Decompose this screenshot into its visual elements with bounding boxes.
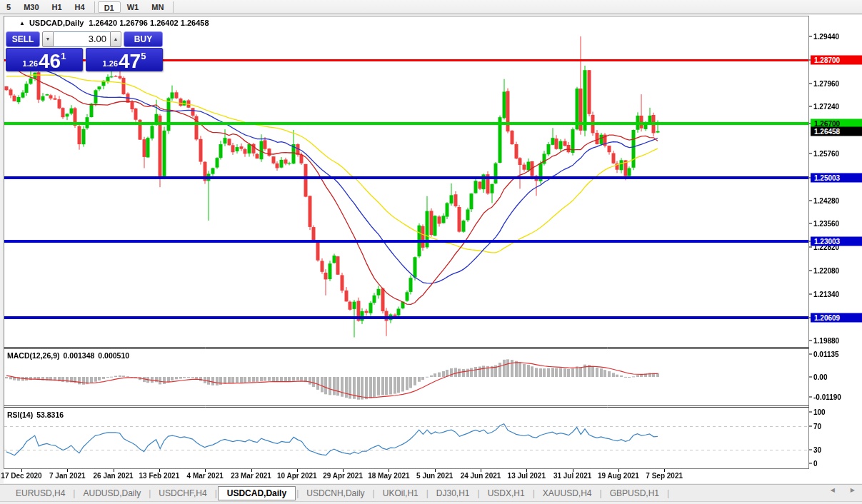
rsi-value: 53.8316 (36, 410, 64, 419)
date-axis-label: 18 May 2021 (368, 472, 409, 480)
tab-separator: | (149, 488, 151, 498)
volume-input[interactable]: 3.00 (54, 31, 110, 47)
tab-separator: | (73, 488, 75, 498)
chevron-up-icon: ▲ (114, 36, 119, 41)
timeframe-button-5[interactable]: 5 (0, 1, 17, 13)
rsi-scale-label: 0 (813, 460, 818, 468)
macd-scale-label: -0.01190 (813, 393, 841, 401)
price-axis-label: 1.22080 (813, 266, 839, 274)
date-axis-label: 29 Apr 2021 (323, 472, 363, 480)
price-axis-label: 1.21340 (813, 290, 839, 298)
timeframe-button-h4[interactable]: H4 (69, 1, 91, 13)
sell-price-main: 46 (39, 52, 61, 71)
price-level-label: 1.20609 (811, 313, 862, 322)
macd-value: 0.001348 (64, 351, 95, 360)
tab-usdcnh-daily[interactable]: USDCNH,Daily (299, 486, 371, 500)
price-level-label: 1.23003 (811, 236, 862, 246)
tab-gbpusd-h1[interactable]: GBPUSD,H1 (603, 486, 666, 500)
date-axis-label: 26 Jan 2021 (94, 472, 134, 480)
macd-signal-value: 0.000510 (98, 351, 129, 360)
chart-symbol-label: USDCAD,Daily (29, 19, 84, 27)
sell-price-display[interactable]: 1.26 46 1 (6, 48, 83, 71)
tab-separator: | (667, 488, 669, 498)
timeframe-button-h1[interactable]: H1 (46, 1, 69, 13)
buy-price-display[interactable]: 1.26 47 5 (86, 48, 163, 71)
price-axis-label: 1.23560 (813, 220, 839, 228)
tab-usdchf-h4[interactable]: USDCHF,H4 (151, 486, 214, 500)
timeframe-button-d1[interactable]: D1 (98, 1, 121, 13)
tab-eurusd-h4[interactable]: EURUSD,H4 (9, 486, 72, 500)
macd-label: MACD(12,26,9)0.0013480.000510 (7, 351, 133, 360)
volume-decrease-button[interactable]: ▼ (42, 31, 54, 47)
toolbar-separator (94, 1, 95, 13)
date-axis-label: 7 Jan 2021 (49, 472, 86, 480)
macd-name: MACD(12,26,9) (7, 351, 60, 360)
mt4-window: 5M30H1H4D1W1MN ▲USDCAD,Daily1.26420 1.26… (0, 0, 862, 504)
date-axis-label: 19 Aug 2021 (598, 472, 639, 480)
chart-title: ▲USDCAD,Daily1.26420 1.26796 1.26402 1.2… (19, 19, 209, 27)
rsi-label: RSI(14)53.8316 (7, 410, 67, 419)
chart-ohlc-values: 1.26420 1.26796 1.26402 1.26458 (89, 19, 209, 27)
timeframe-button-m30[interactable]: M30 (17, 1, 45, 13)
chevron-down-icon: ▼ (46, 36, 51, 41)
date-axis-label: 10 Apr 2021 (277, 472, 317, 480)
price-axis-label: 1.25760 (813, 149, 839, 157)
rsi-scale-label: 100 (813, 408, 826, 416)
tab-audusd-daily[interactable]: AUDUSD,Daily (76, 486, 148, 500)
tab-separator: | (215, 488, 217, 498)
tab-ukoil-h1[interactable]: UKOil,H1 (376, 486, 426, 500)
buy-button[interactable]: BUY (124, 31, 163, 47)
timeframe-button-mn[interactable]: MN (145, 1, 170, 13)
tab-usdcad-daily[interactable]: USDCAD,Daily (218, 486, 296, 500)
chart-canvas[interactable] (0, 0, 862, 504)
rsi-scale-label: 30 (813, 446, 821, 454)
buy-price-main: 47 (119, 52, 141, 71)
tab-xauusd-h4[interactable]: XAUUSD,H4 (536, 486, 599, 500)
volume-increase-button[interactable]: ▲ (110, 31, 121, 47)
date-axis-label: 7 Sep 2021 (646, 472, 683, 480)
sell-button[interactable]: SELL (6, 31, 40, 47)
tab-separator: | (296, 488, 299, 498)
date-axis-label: 23 Mar 2021 (231, 472, 271, 480)
rsi-scale-label: 70 (813, 423, 821, 430)
current-price-label: 1.26458 (811, 126, 862, 136)
tab-separator: | (426, 488, 429, 498)
macd-scale-label: 0.00 (813, 373, 827, 381)
timeframe-toolbar: 5M30H1H4D1W1MN (0, 0, 862, 14)
buy-price-prefix: 1.26 (103, 59, 118, 68)
one-click-trade-panel: SELL ▼ 3.00 ▲ BUY 1.26 46 1 1.26 47 5 (6, 31, 163, 72)
tab-scroll-left-icon[interactable]: ◀ (831, 487, 835, 493)
price-axis-label: 1.27240 (813, 103, 839, 111)
price-level-label: 1.28700 (811, 55, 862, 64)
symbol-marker-icon: ▲ (19, 20, 25, 26)
tab-separator: | (600, 488, 602, 498)
rsi-name: RSI(14) (7, 410, 33, 419)
date-axis-label: 24 Jun 2021 (461, 472, 501, 480)
date-axis-label: 4 Mar 2021 (187, 472, 224, 480)
price-axis-label: 1.29440 (813, 33, 839, 41)
date-axis-label: 13 Feb 2021 (139, 472, 180, 480)
macd-scale-label: 0.01135 (813, 351, 839, 358)
buy-price-pip: 5 (141, 51, 146, 61)
sell-price-prefix: 1.26 (23, 59, 38, 68)
date-axis-label: 5 Jun 2021 (416, 472, 453, 480)
tab-separator: | (533, 488, 535, 498)
tab-usdx-h1[interactable]: USDX,H1 (481, 486, 532, 500)
toolbar-separator (173, 1, 174, 13)
date-axis-label: 31 Jul 2021 (553, 472, 591, 480)
symbol-tabbar: EURUSD,H4|AUDUSD,Daily|USDCHF,H4|USDCAD,… (0, 484, 862, 502)
tab-dj30-h1[interactable]: DJ30,H1 (429, 486, 477, 500)
price-level-label: 1.25003 (811, 173, 862, 182)
date-axis-label: 17 Dec 2020 (1, 472, 41, 480)
date-axis-label: 13 Jul 2021 (508, 472, 546, 480)
timeframe-button-w1[interactable]: W1 (121, 1, 146, 13)
price-axis-label: 1.24280 (813, 196, 839, 204)
sell-price-pip: 1 (61, 51, 66, 61)
tab-scroll-controls: ◀ ▶ (831, 487, 855, 493)
tab-scroll-right-icon[interactable]: ▶ (851, 487, 855, 493)
price-axis-label: 1.19880 (813, 337, 839, 345)
price-axis-label: 1.27960 (813, 79, 839, 87)
tab-separator: | (478, 488, 480, 498)
tab-separator: | (373, 488, 375, 498)
